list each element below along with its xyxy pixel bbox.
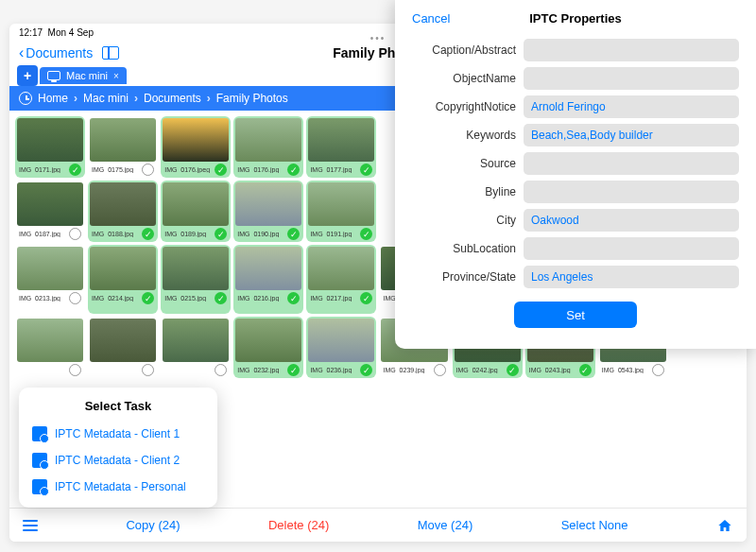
check-icon[interactable]: ✓ bbox=[142, 292, 154, 304]
check-icon[interactable]: ✓ bbox=[215, 164, 227, 176]
crumb-home[interactable]: Home bbox=[38, 92, 68, 105]
chevron-right-icon: › bbox=[207, 92, 211, 105]
photo-thumb[interactable]: IMG_0215.jpg✓ bbox=[161, 245, 231, 314]
task-item[interactable]: IPTC Metadata - Client 1 bbox=[19, 421, 217, 447]
add-tab-button[interactable]: + bbox=[17, 65, 38, 86]
back-label: Documents bbox=[26, 45, 93, 60]
thumb-image bbox=[17, 118, 83, 162]
photo-thumb[interactable]: IMG_0171.jpg✓ bbox=[15, 116, 85, 178]
field-input-keywords[interactable] bbox=[524, 124, 739, 147]
check-icon[interactable]: ✓ bbox=[215, 228, 227, 240]
copy-button[interactable]: Copy (24) bbox=[126, 518, 180, 532]
thumb-image bbox=[235, 118, 301, 162]
check-icon[interactable]: ✓ bbox=[142, 228, 154, 240]
move-button[interactable]: Move (24) bbox=[418, 518, 473, 532]
crumb-mac-mini[interactable]: Mac mini bbox=[83, 92, 129, 105]
crumb-documents[interactable]: Documents bbox=[144, 92, 201, 105]
check-icon[interactable]: ✓ bbox=[579, 364, 592, 376]
circle-icon[interactable] bbox=[69, 364, 81, 376]
task-icon bbox=[32, 453, 47, 468]
menu-icon[interactable] bbox=[23, 520, 38, 531]
field-input-source[interactable] bbox=[524, 152, 739, 175]
task-item[interactable]: IPTC Metadata - Client 2 bbox=[19, 447, 217, 474]
photo-thumb[interactable] bbox=[15, 317, 85, 378]
field-input-provincestate[interactable] bbox=[524, 266, 739, 288]
field-input-sublocation[interactable] bbox=[524, 237, 739, 260]
photo-thumb[interactable]: IMG_0175.jpg bbox=[88, 116, 158, 178]
circle-icon[interactable] bbox=[69, 228, 81, 240]
thumb-image bbox=[17, 319, 83, 362]
photo-thumb[interactable]: IMG_0214.jpg✓ bbox=[88, 245, 158, 314]
field-input-objectname[interactable] bbox=[524, 67, 739, 90]
photo-thumb[interactable]: IMG_0190.jpg✓ bbox=[233, 181, 303, 242]
check-icon[interactable]: ✓ bbox=[287, 228, 300, 240]
photo-thumb[interactable]: IMG_0177.jpg✓ bbox=[306, 116, 376, 178]
photo-thumb[interactable]: IMG_0191.jpg✓ bbox=[306, 181, 376, 242]
circle-icon[interactable] bbox=[142, 364, 154, 376]
check-icon[interactable]: ✓ bbox=[215, 292, 227, 304]
photo-thumb[interactable]: IMG_0189.jpg✓ bbox=[161, 181, 231, 242]
field-input-byline[interactable] bbox=[524, 181, 739, 203]
circle-icon[interactable] bbox=[142, 164, 154, 176]
check-icon[interactable]: ✓ bbox=[287, 364, 300, 376]
back-button[interactable]: ‹ Documents bbox=[19, 44, 93, 61]
thumb-image bbox=[90, 247, 156, 290]
photo-thumb[interactable]: IMG_0216.jpg✓ bbox=[233, 245, 303, 314]
photo-thumb[interactable] bbox=[161, 317, 231, 378]
thumb-image bbox=[17, 182, 83, 226]
photo-thumb[interactable]: IMG_0213.jpg bbox=[15, 245, 85, 314]
circle-icon[interactable] bbox=[652, 364, 664, 376]
cancel-button[interactable]: Cancel bbox=[412, 11, 450, 26]
check-icon[interactable]: ✓ bbox=[360, 228, 372, 240]
photo-thumb[interactable]: IMG_0236.jpg✓ bbox=[306, 317, 376, 378]
field-input-city[interactable] bbox=[524, 209, 739, 232]
thumb-filename: IMG_0213.jpg bbox=[19, 295, 60, 302]
photo-thumb[interactable]: IMG_0188.jpg✓ bbox=[88, 181, 158, 242]
check-icon[interactable]: ✓ bbox=[69, 164, 81, 176]
tab-mac-mini[interactable]: Mac mini × bbox=[40, 67, 127, 84]
iptc-panel: Cancel IPTC Properties Caption/AbstractO… bbox=[395, 0, 756, 349]
sidebar-toggle-icon[interactable] bbox=[102, 46, 119, 60]
circle-icon[interactable] bbox=[69, 292, 81, 304]
photo-thumb[interactable]: IMG_0217.jpg✓ bbox=[306, 245, 376, 314]
thumb-filename: IMG_0187.jpg bbox=[19, 231, 60, 237]
select-none-button[interactable]: Select None bbox=[561, 518, 628, 532]
drag-dots-icon[interactable]: ••• bbox=[370, 33, 387, 43]
check-icon[interactable]: ✓ bbox=[287, 292, 300, 304]
field-input-captionabstract[interactable] bbox=[524, 39, 739, 61]
thumb-image bbox=[90, 319, 156, 362]
field-label: CopyrightNotice bbox=[412, 100, 516, 113]
photo-thumb[interactable]: IMG_0232.jpg✓ bbox=[233, 317, 303, 378]
photo-thumb[interactable]: IMG_0176.jpg✓ bbox=[233, 116, 303, 178]
delete-button[interactable]: Delete (24) bbox=[268, 518, 329, 532]
tab-label: Mac mini bbox=[66, 70, 108, 81]
history-icon[interactable] bbox=[19, 92, 32, 105]
field-input-copyrightnotice[interactable] bbox=[524, 95, 739, 118]
task-item[interactable]: IPTC Metadata - Personal bbox=[19, 474, 217, 500]
thumb-image bbox=[308, 118, 374, 162]
check-icon[interactable]: ✓ bbox=[360, 364, 372, 376]
field-label: Byline bbox=[412, 185, 516, 198]
check-icon[interactable]: ✓ bbox=[360, 164, 372, 176]
status-time: 12:17 bbox=[19, 27, 43, 38]
check-icon[interactable]: ✓ bbox=[287, 164, 300, 176]
photo-thumb[interactable]: IMG_0176.jpeg✓ bbox=[161, 116, 231, 178]
thumb-filename: IMG_0171.jpg bbox=[19, 166, 60, 173]
photo-thumb[interactable]: IMG_0187.jpg bbox=[15, 181, 85, 242]
check-icon[interactable]: ✓ bbox=[507, 364, 519, 376]
thumb-image bbox=[308, 182, 374, 226]
close-tab-icon[interactable]: × bbox=[113, 71, 119, 81]
home-icon[interactable] bbox=[716, 518, 733, 533]
set-button[interactable]: Set bbox=[514, 302, 637, 328]
thumb-filename: IMG_0175.jpg bbox=[92, 166, 133, 173]
thumb-image bbox=[308, 319, 374, 362]
photo-thumb[interactable] bbox=[88, 317, 158, 378]
circle-icon[interactable] bbox=[434, 364, 446, 376]
crumb-family-photos[interactable]: Family Photos bbox=[216, 92, 288, 105]
thumb-image bbox=[17, 247, 83, 290]
circle-icon[interactable] bbox=[215, 364, 227, 376]
thumb-filename: IMG_0216.jpg bbox=[237, 295, 279, 302]
thumb-filename: IMG_0215.jpg bbox=[164, 295, 206, 302]
check-icon[interactable]: ✓ bbox=[360, 292, 372, 304]
panel-title: IPTC Properties bbox=[529, 11, 622, 26]
